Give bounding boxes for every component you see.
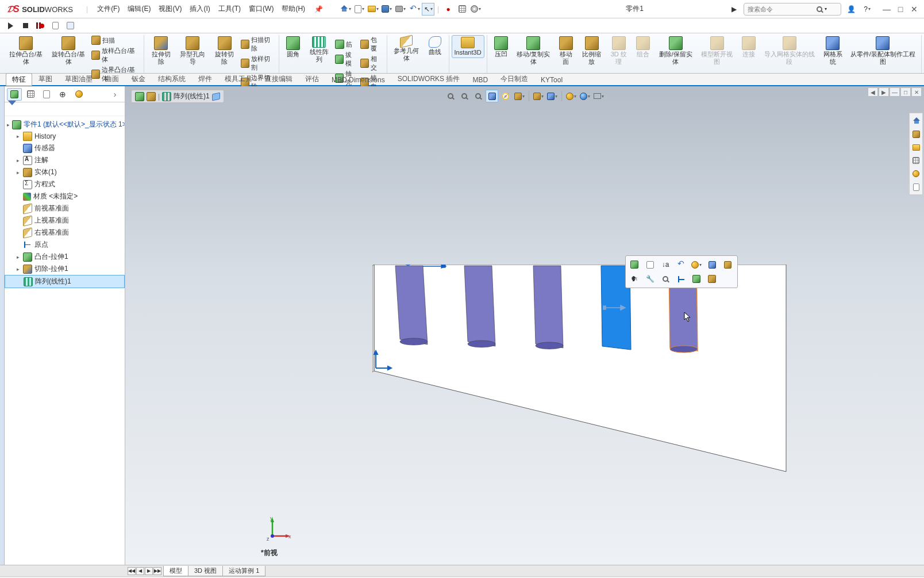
mesh-button[interactable]: 网格系统: [818, 35, 847, 66]
tab-addins[interactable]: SOLIDWORKS 插件: [391, 72, 467, 85]
intersect-button[interactable]: 相交: [359, 54, 384, 72]
tree-linear-pattern[interactable]: 阵列(线性)1: [5, 275, 125, 288]
tab-ink[interactable]: 草图油墨: [59, 72, 99, 85]
tree-front-plane[interactable]: 前视基准面: [5, 202, 125, 215]
btab-prev-icon[interactable]: ◀: [136, 567, 144, 575]
help-icon[interactable]: ? ▾: [861, 3, 873, 16]
rib-button[interactable]: 筋: [333, 39, 359, 49]
menu-insert[interactable]: 插入(I): [186, 2, 213, 16]
tree-history[interactable]: ▸History: [5, 131, 125, 142]
taskpane-appearance-icon[interactable]: [910, 168, 922, 179]
tab-weld[interactable]: 焊件: [192, 72, 218, 85]
tab-eval[interactable]: 评估: [299, 72, 325, 85]
curves-button[interactable]: 曲线: [424, 35, 446, 63]
save-icon[interactable]: ▾: [380, 3, 393, 16]
tab-direct[interactable]: 直接编辑: [259, 72, 299, 85]
tab-surface[interactable]: 曲面: [99, 72, 125, 85]
move-face-button[interactable]: 移动面: [555, 35, 578, 66]
vp-close-icon[interactable]: ✕: [911, 87, 922, 97]
macro-stop-icon[interactable]: [20, 20, 31, 32]
tab-instant[interactable]: 今日制造: [494, 72, 534, 85]
tab-mbd-dim[interactable]: MBD Dimensions: [325, 74, 391, 85]
tab-mbd[interactable]: MBD: [466, 74, 494, 85]
menu-tools[interactable]: 工具(T): [215, 2, 244, 16]
vp-min-icon[interactable]: —: [890, 87, 900, 97]
task-pane-toggle-icon[interactable]: ▶: [727, 3, 740, 16]
btab-model[interactable]: 模型: [163, 566, 188, 576]
view-orientation-icon[interactable]: ▾: [513, 90, 526, 102]
menu-edit[interactable]: 编辑(E): [124, 2, 154, 16]
loft-cut-button[interactable]: 放样切割: [239, 54, 277, 72]
wrap-button[interactable]: 包覆: [359, 35, 384, 53]
print-icon[interactable]: ▾: [394, 3, 407, 16]
ctx-measure-icon[interactable]: 🔧: [644, 273, 656, 285]
btab-next-icon[interactable]: ▶: [145, 567, 153, 575]
search-input[interactable]: [748, 6, 817, 13]
section-view-icon[interactable]: [486, 90, 498, 102]
btab-last-icon[interactable]: ▶▶: [153, 567, 161, 575]
move-copy-button[interactable]: 移动/复制实体: [513, 35, 555, 66]
tree-boss-extrude[interactable]: ▸凸台-拉伸1: [5, 251, 125, 263]
open-icon[interactable]: ▾: [367, 3, 379, 16]
model-geometry[interactable]: [372, 265, 792, 483]
instant3d-button[interactable]: Instant3D: [452, 35, 484, 58]
taskpane-resources-icon[interactable]: [910, 128, 922, 140]
tab-mold[interactable]: 模具工具: [218, 72, 259, 85]
btab-3dview[interactable]: 3D 视图: [188, 566, 223, 576]
vp-next-icon[interactable]: ▶: [879, 87, 889, 97]
menu-view[interactable]: 视图(V): [155, 2, 185, 16]
search-icon[interactable]: [817, 6, 822, 12]
tree-solid-bodies[interactable]: ▸实体(1): [5, 166, 125, 178]
tab-struct[interactable]: 结构系统: [152, 72, 192, 85]
hide-show-icon[interactable]: ▾: [546, 90, 559, 102]
close-button[interactable]: ✕: [908, 3, 921, 15]
taskpane-view-palette-icon[interactable]: [910, 155, 922, 166]
scale-button[interactable]: 比例缩放: [578, 35, 606, 66]
select-icon[interactable]: ↖▾: [422, 3, 434, 16]
edit-appearance-icon[interactable]: ▾: [565, 90, 578, 102]
tree-cut-extrude[interactable]: ▸切除-拉伸1: [5, 263, 125, 275]
tree-origin[interactable]: 原点: [5, 239, 125, 251]
tree-tab-feature-icon[interactable]: [7, 88, 22, 101]
search-box[interactable]: ▾: [744, 3, 841, 16]
taskpane-home-icon[interactable]: [910, 115, 922, 127]
undo-icon[interactable]: ▾: [408, 3, 421, 16]
tree-tab-property-icon[interactable]: [23, 88, 38, 101]
ctx-zoom-fit-icon[interactable]: [659, 273, 672, 285]
loft-boss-button[interactable]: 放样凸台/基体: [90, 46, 141, 64]
tree-tab-dimexpert-icon[interactable]: ⊕: [55, 88, 70, 101]
previous-view-icon[interactable]: [472, 90, 484, 102]
menu-help[interactable]: 帮助(H): [278, 2, 309, 16]
zoom-fit-icon[interactable]: [444, 90, 457, 102]
indent-button[interactable]: 压凹: [490, 35, 513, 66]
maximize-button[interactable]: □: [894, 3, 907, 15]
tree-tab-more-icon[interactable]: ›: [107, 88, 122, 101]
ctx-normal-to-icon[interactable]: ↓a: [659, 258, 672, 271]
feature-tree[interactable]: ▸零件1 (默认<<默认>_显示状态 1>) ▸History 传感器 ▸注解 …: [5, 116, 125, 565]
options-list-icon[interactable]: [456, 3, 468, 16]
ctx-zoom-selection-icon[interactable]: [644, 258, 656, 271]
viewport[interactable]: ◀ ▶ — □ ✕ | 阵列(线性)1 🧭 ▾ ▾ ▾ ▾: [125, 86, 924, 565]
delete-keep-button[interactable]: 删除/保留实体: [654, 35, 696, 66]
ctx-save-selection-icon[interactable]: [721, 258, 734, 271]
tree-tab-config-icon[interactable]: [39, 88, 54, 101]
pin-icon[interactable]: 📌: [310, 5, 328, 13]
derive-button[interactable]: 从零件/装配体制作工程图: [847, 35, 919, 66]
tab-feature[interactable]: 特征: [6, 73, 32, 86]
minimize-button[interactable]: —: [880, 3, 893, 15]
ctx-hidden-lines-icon[interactable]: [628, 258, 641, 271]
ctx-body2-icon[interactable]: [706, 273, 718, 285]
draft-button[interactable]: 拔模: [333, 50, 359, 68]
tab-sheet[interactable]: 钣金: [125, 72, 152, 85]
display-style-icon[interactable]: ▾: [532, 90, 545, 102]
texture-button[interactable]: 3D 纹理: [606, 35, 632, 66]
tab-sketch[interactable]: 草图: [32, 72, 59, 85]
vp-max-icon[interactable]: □: [900, 87, 911, 97]
section-button[interactable]: 模型断开视图: [696, 35, 737, 66]
tree-right-plane[interactable]: 右视基准面: [5, 227, 125, 239]
new-icon[interactable]: ▾: [353, 3, 365, 16]
breadcrumb[interactable]: | 阵列(线性)1: [131, 90, 224, 103]
ctx-isolate-icon[interactable]: [706, 258, 718, 271]
ctx-appearance-icon[interactable]: ▾: [690, 258, 703, 271]
tree-equations[interactable]: 方程式: [5, 178, 125, 190]
